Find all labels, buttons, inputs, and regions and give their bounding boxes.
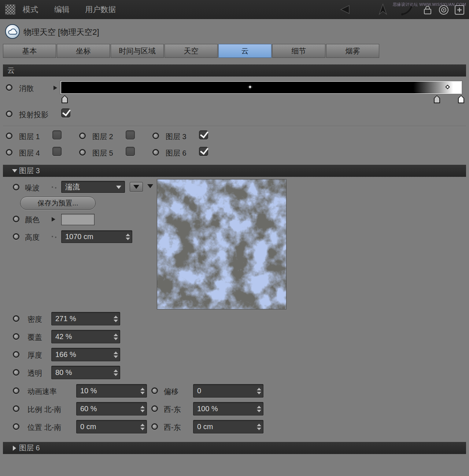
- fold-closed-icon[interactable]: [13, 446, 16, 451]
- tab-coordinates[interactable]: 坐标: [57, 44, 110, 58]
- app-grid-icon[interactable]: [5, 4, 15, 15]
- layer5-label: 图层 5: [92, 148, 113, 158]
- offset-label: 偏移: [164, 387, 178, 397]
- scale-we-field[interactable]: 100 %: [193, 402, 263, 416]
- thickness-field[interactable]: 166 %: [51, 348, 120, 361]
- layer3-section-header[interactable]: 图层 3: [3, 165, 466, 177]
- position-we-radio[interactable]: [151, 423, 158, 430]
- density-field[interactable]: 271 %: [51, 312, 120, 326]
- menu-item-edit[interactable]: 编辑: [52, 0, 72, 19]
- dissipation-gradient-bar[interactable]: [60, 81, 462, 94]
- cast-shadow-row: 投射投影: [0, 107, 469, 123]
- spinner-icon[interactable]: [140, 388, 145, 394]
- layer1-radio[interactable]: [6, 133, 12, 139]
- position-we-field[interactable]: 0 cm: [193, 420, 263, 434]
- save-preset-button[interactable]: 保存为预置...: [20, 197, 96, 210]
- fold-open-icon[interactable]: [12, 169, 17, 172]
- spinner-icon[interactable]: [140, 406, 145, 412]
- noise-type-select[interactable]: 湍流: [61, 181, 125, 193]
- key-dots-icon: [52, 236, 53, 237]
- density-label: 密度: [27, 315, 42, 324]
- coverage-row: 覆盖 42 %: [0, 330, 469, 345]
- noise-menu-caret-icon[interactable]: [147, 184, 153, 188]
- layer3-checkbox[interactable]: [199, 130, 208, 140]
- layer6-radio[interactable]: [152, 149, 159, 156]
- coverage-radio[interactable]: [13, 333, 19, 340]
- cast-shadow-radio[interactable]: [6, 111, 12, 117]
- layer6-section-title: 图层 6: [19, 443, 40, 453]
- scale-ns-radio[interactable]: [13, 405, 19, 412]
- layer6-label: 图层 6: [166, 148, 187, 158]
- layer1-checkbox[interactable]: [52, 130, 62, 140]
- cast-shadow-label: 投射投影: [19, 110, 48, 120]
- noise-label: 噪波: [25, 183, 40, 193]
- spinner-icon[interactable]: [140, 424, 145, 430]
- transparency-radio[interactable]: [13, 369, 19, 376]
- tab-basic[interactable]: 基本: [3, 44, 56, 58]
- height-radio[interactable]: [13, 233, 19, 240]
- height-field[interactable]: 1070 cm: [61, 230, 132, 243]
- coverage-label: 覆盖: [27, 332, 42, 342]
- sky-object-icon: [5, 24, 20, 39]
- menu-item-user-data[interactable]: 用户数据: [83, 0, 118, 19]
- anim-speed-radio[interactable]: [13, 387, 19, 394]
- layer6-checkbox[interactable]: [199, 147, 208, 156]
- down-triangle-icon: [133, 185, 139, 189]
- gradient-knot-icon[interactable]: [434, 95, 440, 103]
- nav-back-icon[interactable]: [338, 4, 351, 15]
- coverage-field[interactable]: 42 %: [51, 330, 120, 343]
- tab-sky[interactable]: 天空: [165, 44, 218, 58]
- density-radio[interactable]: [13, 315, 19, 322]
- color-expander-icon[interactable]: [52, 217, 55, 222]
- noise-options-button[interactable]: [130, 182, 143, 192]
- spinner-icon[interactable]: [257, 406, 261, 412]
- spinner-icon[interactable]: [114, 352, 118, 358]
- color-swatch[interactable]: [61, 214, 95, 225]
- noise-radio[interactable]: [13, 184, 19, 190]
- dissipation-expander-icon[interactable]: [53, 86, 57, 90]
- spinner-icon[interactable]: [114, 369, 118, 376]
- density-value: 271 %: [55, 315, 76, 323]
- spinner-icon[interactable]: [126, 234, 130, 240]
- tab-clouds[interactable]: 云: [218, 44, 272, 58]
- layer3-section-title: 图层 3: [19, 166, 40, 176]
- position-we-label: 西-东: [164, 423, 181, 432]
- scale-ns-field[interactable]: 60 %: [76, 402, 147, 416]
- tab-fog[interactable]: 烟雾: [326, 44, 379, 58]
- layer6-section-header[interactable]: 图层 6: [3, 442, 466, 454]
- layer5-checkbox[interactable]: [126, 147, 135, 156]
- spinner-icon[interactable]: [257, 388, 261, 394]
- dissipation-radio[interactable]: [6, 84, 12, 91]
- scale-we-value: 100 %: [197, 405, 218, 413]
- spinner-icon[interactable]: [114, 334, 118, 340]
- gradient-marker-icon[interactable]: [248, 85, 252, 89]
- layer4-radio[interactable]: [6, 149, 12, 156]
- layer3-radio[interactable]: [152, 133, 159, 139]
- menubar: 模式 编辑 用户数据 思缘设计论坛 WWW.MISSYUAN.COM: [0, 0, 469, 19]
- transparency-field[interactable]: 80 %: [51, 366, 120, 379]
- layer4-checkbox[interactable]: [52, 147, 62, 156]
- anim-speed-field[interactable]: 10 %: [76, 384, 147, 398]
- position-ns-radio[interactable]: [13, 423, 19, 430]
- gradient-knot-icon[interactable]: [458, 95, 464, 103]
- tab-time-region[interactable]: 时间与区域: [111, 44, 164, 58]
- cast-shadow-checkbox[interactable]: [61, 108, 70, 118]
- key-dots-icon: [52, 186, 53, 188]
- color-radio[interactable]: [13, 216, 19, 222]
- thickness-radio[interactable]: [13, 351, 19, 358]
- gradient-knot-icon[interactable]: [62, 95, 68, 103]
- tab-details[interactable]: 细节: [272, 44, 325, 58]
- offset-field[interactable]: 0: [193, 384, 263, 398]
- layer2-checkbox[interactable]: [126, 130, 135, 140]
- layer5-radio[interactable]: [79, 149, 86, 156]
- dissipation-row: 消散: [0, 80, 469, 106]
- layer2-radio[interactable]: [79, 133, 86, 139]
- offset-radio[interactable]: [151, 387, 158, 394]
- scale-we-radio[interactable]: [151, 405, 158, 412]
- gradient-marker-icon[interactable]: [445, 85, 450, 89]
- spinner-icon[interactable]: [114, 316, 118, 322]
- spinner-icon[interactable]: [257, 424, 261, 430]
- anim-speed-row: 动画速率 10 % 偏移 0: [0, 384, 469, 399]
- position-ns-field[interactable]: 0 cm: [76, 420, 147, 434]
- menu-item-mode[interactable]: 模式: [21, 0, 40, 19]
